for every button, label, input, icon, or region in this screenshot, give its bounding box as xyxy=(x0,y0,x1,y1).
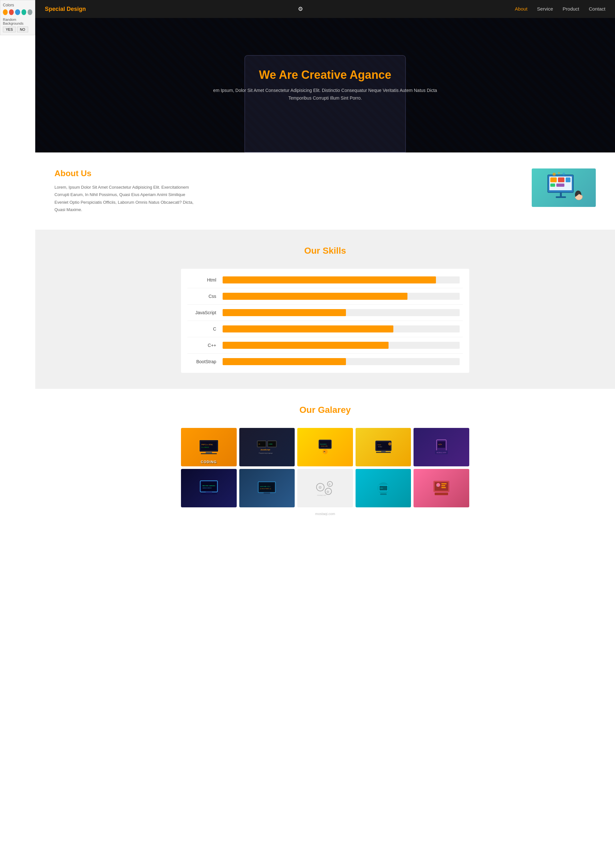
hero-description: em Ipsum, Dolor Sit Amet Consectetur Adi… xyxy=(213,87,437,102)
nav-link-service[interactable]: Service xyxy=(537,6,553,11)
svg-rect-39 xyxy=(376,452,391,453)
about-title: About Us xyxy=(55,169,198,178)
gallery-item-label-1: CODING xyxy=(201,460,217,464)
skill-bar-c xyxy=(223,325,393,333)
random-bg-yes-button[interactable]: YES xyxy=(3,27,16,32)
hero-title-post: Agance xyxy=(347,68,392,81)
gallery-item-9[interactable]: </> xyxy=(356,469,411,507)
svg-text:function() {: function() { xyxy=(320,443,327,445)
navbar: Special Design ⚙ About Service Product C… xyxy=(35,0,615,18)
gallery-grid: PHP C++ HTML C++ CSS JS CODING JS CODE J… xyxy=(181,428,469,507)
gallery-item-6[interactable]: MACHINE LEARNING DATA SCIENCE xyxy=(181,469,237,507)
skill-bar-cpp xyxy=(223,342,389,349)
svg-rect-3 xyxy=(558,178,564,182)
svg-rect-51 xyxy=(201,493,217,494)
nav-item-product[interactable]: Product xyxy=(563,6,579,12)
nav-link-about[interactable]: About xyxy=(515,6,527,11)
svg-rect-15 xyxy=(201,441,217,450)
svg-point-11 xyxy=(553,173,556,176)
color-swatch-orange[interactable] xyxy=(3,9,8,15)
hero-title-highlight: Creative xyxy=(301,68,347,81)
color-swatch-blue[interactable] xyxy=(15,9,20,15)
gallery-item-4[interactable]: <html> <body> xyxy=(356,428,411,466)
skill-label-js: JavaScript xyxy=(190,310,223,315)
svg-point-13 xyxy=(562,173,565,175)
navbar-brand[interactable]: Special Design xyxy=(45,6,86,12)
gallery-item-7[interactable]: const code = () => {'{ return \'hello\';… xyxy=(239,469,295,507)
nav-item-about[interactable]: About xyxy=(515,6,527,12)
about-section: About Us Lorem, Ipsum Dolor Sit Amet Con… xyxy=(35,153,615,229)
gallery-content-9: </> xyxy=(356,469,411,507)
gallery-item-8[interactable]: ⚙ ⚙ ⚙ mostaqi.com xyxy=(297,469,353,507)
navbar-links: About Service Product Contact xyxy=(515,6,606,12)
about-image xyxy=(532,169,596,207)
skill-bar-container-css xyxy=(223,293,460,300)
about-illustration xyxy=(538,172,589,204)
skill-label-css: Css xyxy=(190,294,223,299)
random-bg-label: Random Backgrounds xyxy=(3,18,32,25)
skill-row-css: Css xyxy=(187,288,463,304)
hero-section: We Are Creative Agance em Ipsum, Dolor S… xyxy=(35,18,615,153)
skill-bar-container-bootstrap xyxy=(223,358,460,365)
svg-rect-75 xyxy=(442,487,446,488)
svg-text:mostaqi.com: mostaqi.com xyxy=(317,494,326,496)
gallery-content-10: 🛒 xyxy=(414,469,469,507)
nav-item-service[interactable]: Service xyxy=(537,6,553,12)
color-swatch-teal[interactable] xyxy=(22,9,26,15)
skill-label-html: Html xyxy=(190,277,223,283)
svg-rect-7 xyxy=(560,192,562,196)
about-text: About Us Lorem, Ipsum Dolor Sit Amet Con… xyxy=(55,169,198,214)
svg-text:DATA SCIENCE: DATA SCIENCE xyxy=(203,487,212,489)
skill-label-bootstrap: BootStrap xyxy=(190,359,223,364)
svg-text:<body>: <body> xyxy=(378,446,382,448)
svg-rect-5 xyxy=(550,184,555,187)
svg-text:👨: 👨 xyxy=(323,451,326,454)
color-swatch-red[interactable] xyxy=(9,9,14,15)
gallery-item-3[interactable]: function() { return code; 👨 xyxy=(297,428,353,466)
nav-link-contact[interactable]: Contact xyxy=(589,6,606,11)
skill-bar-bootstrap xyxy=(223,358,346,365)
skill-row-cpp: C++ xyxy=(187,337,463,354)
gallery-content-3: function() { return code; 👨 xyxy=(297,428,353,466)
nav-link-product[interactable]: Product xyxy=(563,6,579,11)
skills-container: Html Css JavaScript C C++ xyxy=(181,269,469,373)
svg-rect-6 xyxy=(556,184,564,187)
gallery-content-7: const code = () => {'{ return \'hello\';… xyxy=(239,469,295,507)
svg-text:JavaScript: JavaScript xyxy=(261,449,270,451)
hero-title: We Are Creative Agance xyxy=(259,68,392,82)
color-panel: Colors Random Backgrounds YES NO xyxy=(0,0,35,35)
gallery-item-1[interactable]: PHP C++ HTML C++ CSS JS CODING xyxy=(181,428,237,466)
svg-rect-18 xyxy=(206,452,212,453)
svg-point-12 xyxy=(558,172,560,174)
svg-text:MOBILE APP: MOBILE APP xyxy=(437,452,446,454)
svg-text:Programming Language: Programming Language xyxy=(259,452,273,454)
random-bg-buttons: YES NO xyxy=(3,27,32,32)
random-bg-no-button[interactable]: NO xyxy=(17,27,28,32)
svg-rect-2 xyxy=(550,178,557,182)
skill-bar-css xyxy=(223,293,407,300)
gallery-item-5[interactable]: </> MOBILE APP xyxy=(414,428,469,466)
svg-rect-56 xyxy=(264,493,270,494)
color-swatches xyxy=(3,9,32,15)
svg-text:⚙: ⚙ xyxy=(328,483,331,486)
svg-point-40 xyxy=(388,442,392,445)
color-swatch-gray[interactable] xyxy=(28,9,32,15)
svg-rect-74 xyxy=(442,485,445,486)
skill-bar-container-c xyxy=(223,325,460,333)
gallery-content-5: </> MOBILE APP xyxy=(414,428,469,466)
svg-text:⚙: ⚙ xyxy=(318,485,322,490)
svg-rect-53 xyxy=(259,483,274,491)
skill-row-js: JavaScript xyxy=(187,304,463,321)
gallery-item-2[interactable]: JS CODE JavaScript Programming Language xyxy=(239,428,295,466)
svg-rect-8 xyxy=(556,196,566,198)
svg-text:🛒: 🛒 xyxy=(436,484,439,487)
settings-icon[interactable]: ⚙ xyxy=(298,5,303,12)
skill-bar-container-cpp xyxy=(223,342,460,349)
nav-item-contact[interactable]: Contact xyxy=(589,6,606,12)
svg-text:⚙: ⚙ xyxy=(326,490,329,493)
gallery-item-10[interactable]: 🛒 xyxy=(414,469,469,507)
skill-bar-html xyxy=(223,276,436,283)
svg-text:</>: </> xyxy=(380,487,383,489)
skill-label-cpp: C++ xyxy=(190,343,223,348)
svg-rect-50 xyxy=(206,492,212,493)
